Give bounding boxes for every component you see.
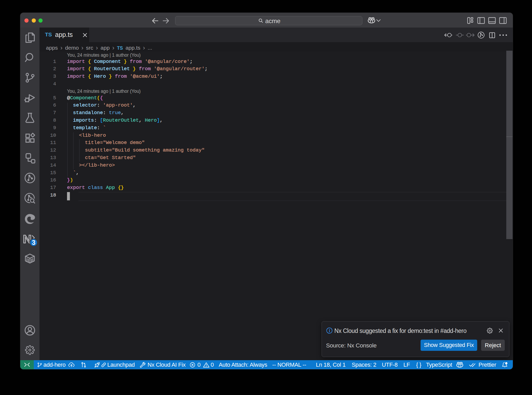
- svg-text:3: 3: [32, 239, 35, 246]
